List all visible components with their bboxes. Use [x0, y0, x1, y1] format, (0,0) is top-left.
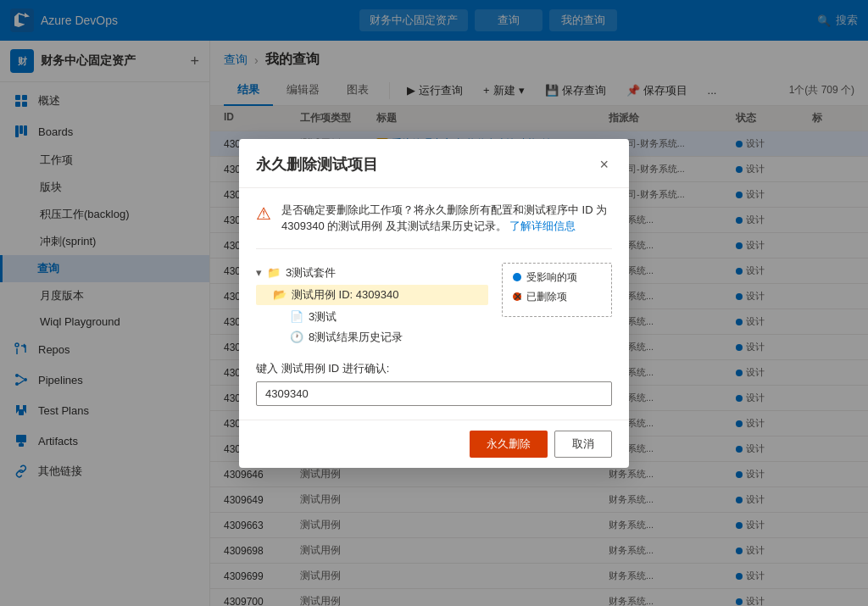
tree-row-suite: ▾ 📁 3测试套件 — [256, 263, 488, 283]
modal-title: 永久删除测试项目 — [256, 154, 378, 175]
folder-open-icon: 📂 — [273, 288, 287, 301]
modal-input-section: 键入 测试用例 ID 进行确认: — [256, 361, 612, 406]
warning-icon: ⚠ — [256, 203, 271, 235]
learn-more-link[interactable]: 了解详细信息 — [509, 220, 576, 232]
modal-tree-section: ▾ 📁 3测试套件 📂 测试用例 ID: 4309340 📄 3测试 🕐 — [256, 263, 612, 347]
tree-case-label: 测试用例 ID: 4309340 — [292, 287, 398, 303]
tree-history-label: 8测试结果历史记录 — [309, 330, 403, 345]
legend-deleted: ✕ 已删除项 — [513, 290, 601, 304]
affected-label: 受影响的项 — [526, 270, 577, 285]
legend-affected: 受影响的项 — [513, 270, 601, 285]
history-icon: 🕐 — [290, 331, 303, 343]
modal-legend: 受影响的项 ✕ 已删除项 — [502, 263, 612, 317]
folder-icon: 📁 — [267, 266, 281, 279]
cancel-button[interactable]: 取消 — [554, 431, 612, 458]
deleted-label: 已删除项 — [526, 290, 567, 304]
modal-header: 永久删除测试项目 × — [239, 139, 629, 188]
modal-footer: 永久删除 取消 — [239, 420, 629, 468]
chevron-down-icon: ▾ — [256, 266, 262, 279]
modal-warning-text: 是否确定要删除此工作项？将永久删除所有配置和测试程序中 ID 为 4309340… — [281, 202, 612, 235]
delete-modal: 永久删除测试项目 × ⚠ 是否确定要删除此工作项？将永久删除所有配置和测试程序中… — [239, 139, 629, 468]
confirm-id-input[interactable] — [256, 381, 612, 406]
modal-input-label: 键入 测试用例 ID 进行确认: — [256, 361, 612, 376]
tree-suite-label: 3测试套件 — [286, 265, 336, 281]
modal-tree: ▾ 📁 3测试套件 📂 测试用例 ID: 4309340 📄 3测试 🕐 — [256, 263, 488, 347]
tree-row-case: 📂 测试用例 ID: 4309340 — [256, 285, 488, 305]
tree-row-test: 📄 3测试 — [256, 307, 488, 327]
deleted-dot-icon: ✕ — [513, 292, 521, 301]
file-icon: 📄 — [290, 310, 303, 323]
modal-overlay[interactable]: 永久删除测试项目 × ⚠ 是否确定要删除此工作项？将永久删除所有配置和测试程序中… — [0, 0, 868, 606]
permanent-delete-button[interactable]: 永久删除 — [470, 431, 548, 458]
tree-test-label: 3测试 — [309, 309, 337, 325]
modal-body: ⚠ 是否确定要删除此工作项？将永久删除所有配置和测试程序中 ID 为 43093… — [239, 188, 629, 420]
modal-warning-section: ⚠ 是否确定要删除此工作项？将永久删除所有配置和测试程序中 ID 为 43093… — [256, 202, 612, 249]
tree-row-history: 🕐 8测试结果历史记录 — [256, 327, 488, 347]
affected-dot-icon — [513, 273, 521, 281]
modal-close-button[interactable]: × — [596, 153, 612, 177]
